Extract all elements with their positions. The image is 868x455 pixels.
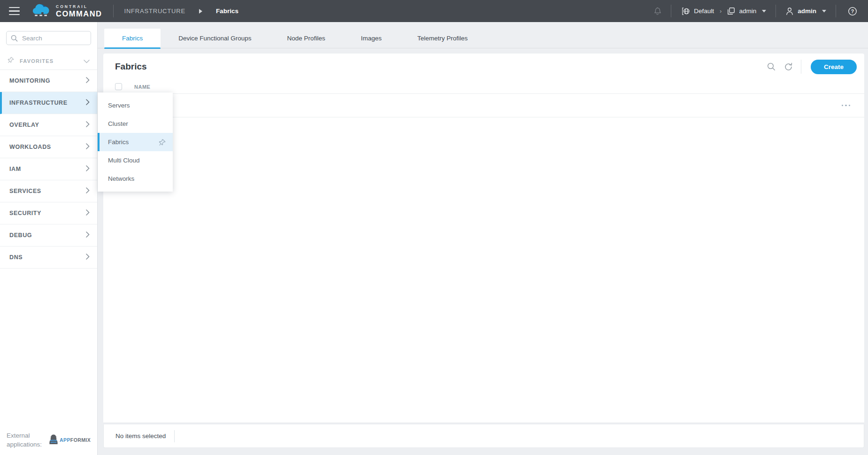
tab-node-profiles[interactable]: Node Profiles bbox=[269, 29, 343, 48]
domain-selector[interactable]: Default bbox=[682, 7, 714, 15]
appformix-link[interactable]: App Formix bbox=[48, 434, 91, 447]
sidebar-item-services[interactable]: SERVICES bbox=[0, 180, 97, 202]
divider bbox=[801, 60, 801, 74]
user-caret-down-icon bbox=[822, 10, 826, 13]
search-icon bbox=[11, 35, 18, 44]
divider bbox=[776, 5, 776, 17]
column-header-name: NAME bbox=[134, 84, 150, 90]
brand-logo[interactable]: CONTRAIL COMMAND bbox=[31, 2, 102, 20]
selection-status: No items selected bbox=[115, 432, 166, 440]
project-layers-icon bbox=[727, 7, 735, 15]
tab-images[interactable]: Images bbox=[343, 29, 399, 48]
appformix-logo-icon bbox=[48, 434, 59, 447]
breadcrumb-section[interactable]: INFRASTRUCTURE bbox=[124, 8, 185, 15]
sidebar: FAVORITES MONITORING INFRASTRUCTURE OVER… bbox=[0, 22, 98, 455]
sidebar-search-input[interactable] bbox=[6, 31, 91, 45]
table-search-icon[interactable] bbox=[764, 60, 778, 74]
table-header: NAME bbox=[103, 80, 864, 94]
cloud-logo-icon bbox=[31, 2, 52, 20]
breadcrumb-page: Fabrics bbox=[216, 8, 238, 15]
breadcrumb-caret-icon bbox=[199, 7, 202, 15]
divider bbox=[174, 430, 175, 442]
appformix-name-part2: Formix bbox=[70, 437, 91, 443]
user-label: admin bbox=[798, 8, 816, 15]
main-area: Fabrics Device Functional Groups Node Pr… bbox=[98, 22, 868, 455]
help-icon[interactable]: ? bbox=[845, 4, 860, 18]
project-label: admin bbox=[739, 8, 756, 15]
chevron-right-icon bbox=[86, 77, 90, 85]
page-title: Fabrics bbox=[115, 62, 147, 72]
chevron-down-icon bbox=[84, 57, 90, 65]
sidebar-item-debug[interactable]: DEBUG bbox=[0, 224, 97, 247]
submenu-item-fabrics[interactable]: Fabrics bbox=[98, 133, 173, 151]
submenu-item-servers[interactable]: Servers bbox=[98, 96, 173, 115]
sidebar-item-iam[interactable]: IAM bbox=[0, 158, 97, 180]
divider bbox=[671, 5, 671, 17]
infrastructure-submenu: Servers Cluster Fabrics Multi Cloud Netw… bbox=[98, 93, 173, 192]
sidebar-item-security[interactable]: SECURITY bbox=[0, 202, 97, 224]
top-header: CONTRAIL COMMAND INFRASTRUCTURE Fabrics bbox=[0, 0, 868, 22]
sidebar-item-infrastructure[interactable]: INFRASTRUCTURE bbox=[0, 92, 97, 114]
sidebar-item-monitoring[interactable]: MONITORING bbox=[0, 70, 97, 92]
create-button[interactable]: Create bbox=[811, 60, 857, 74]
brand-line1: CONTRAIL bbox=[56, 5, 102, 9]
row-actions-ellipsis-icon[interactable] bbox=[841, 102, 852, 109]
tab-fabrics[interactable]: Fabrics bbox=[104, 29, 161, 48]
favorites-toggle[interactable]: FAVORITES bbox=[0, 52, 97, 70]
submenu-item-cluster[interactable]: Cluster bbox=[98, 115, 173, 133]
chevron-right-icon bbox=[86, 253, 90, 262]
sidebar-item-workloads[interactable]: WORKLOADS bbox=[0, 136, 97, 158]
sidebar-item-overlay[interactable]: OVERLAY bbox=[0, 114, 97, 136]
appformix-name-part1: App bbox=[60, 437, 70, 443]
favorites-label: FAVORITES bbox=[20, 58, 84, 64]
select-all-checkbox[interactable] bbox=[115, 83, 122, 90]
tab-bar: Fabrics Device Functional Groups Node Pr… bbox=[98, 22, 868, 48]
domain-project-separator: › bbox=[720, 8, 722, 15]
selection-footer: No items selected bbox=[103, 424, 864, 448]
tab-telemetry-profiles[interactable]: Telemetry Profiles bbox=[399, 29, 485, 48]
domain-globe-icon bbox=[682, 7, 690, 15]
project-selector[interactable]: admin bbox=[727, 7, 766, 15]
submenu-item-networks[interactable]: Networks bbox=[98, 170, 173, 188]
tab-device-functional-groups[interactable]: Device Functional Groups bbox=[161, 29, 269, 48]
external-applications-label: External applications: bbox=[7, 431, 42, 449]
divider bbox=[113, 5, 114, 17]
content-panel: Fabrics Create NAME bbox=[103, 54, 864, 423]
refresh-icon[interactable] bbox=[781, 60, 795, 74]
chevron-right-icon bbox=[86, 165, 90, 173]
submenu-item-multi-cloud[interactable]: Multi Cloud bbox=[98, 151, 173, 170]
divider bbox=[836, 5, 836, 17]
domain-label: Default bbox=[694, 8, 714, 15]
sidebar-item-dns[interactable]: DNS bbox=[0, 247, 97, 269]
user-person-icon bbox=[785, 7, 794, 15]
pin-icon[interactable] bbox=[159, 139, 166, 146]
notification-bell-icon[interactable] bbox=[650, 4, 664, 18]
pin-icon bbox=[8, 56, 15, 65]
chevron-right-icon bbox=[86, 231, 90, 239]
external-applications: External applications: App Formix bbox=[7, 431, 94, 449]
chevron-right-icon bbox=[86, 121, 90, 129]
project-caret-down-icon bbox=[762, 10, 766, 13]
chevron-right-icon bbox=[86, 143, 90, 151]
brand-line2: COMMAND bbox=[56, 10, 102, 18]
hamburger-menu-icon[interactable] bbox=[9, 7, 20, 15]
user-menu[interactable]: admin bbox=[785, 7, 826, 15]
chevron-right-icon bbox=[86, 187, 90, 195]
breadcrumb: INFRASTRUCTURE Fabrics bbox=[124, 7, 238, 15]
svg-text:?: ? bbox=[851, 8, 854, 14]
table-row[interactable] bbox=[103, 94, 864, 117]
chevron-right-icon bbox=[86, 99, 90, 107]
chevron-right-icon bbox=[86, 209, 90, 217]
